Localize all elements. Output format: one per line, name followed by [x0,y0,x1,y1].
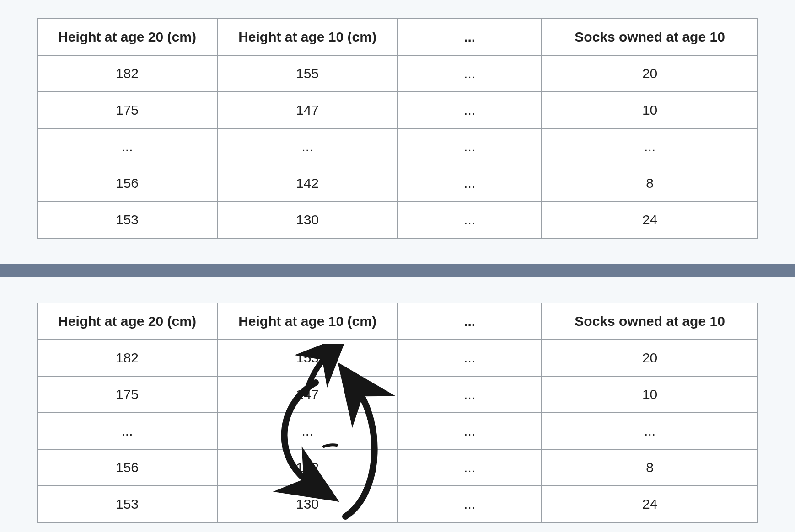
cell: ... [37,413,217,449]
cell: ... [37,128,217,165]
cell: 156 [37,165,217,202]
table-row: 175 147 ... 10 [37,376,758,413]
cell: 155 [217,55,398,92]
cell: 156 [37,449,217,486]
cell: 24 [542,202,758,238]
cell: 182 [37,55,217,92]
cell: ... [217,128,398,165]
col-header-height-20: Height at age 20 (cm) [37,303,217,340]
cell: 10 [542,92,758,128]
cell: 142 [217,449,398,486]
cell: 24 [542,486,758,522]
col-header-height-20: Height at age 20 (cm) [37,19,217,55]
table-row: 175 147 ... 10 [37,92,758,128]
cell: 182 [37,340,217,376]
col-header-socks: Socks owned at age 10 [542,19,758,55]
col-header-ellipsis: ... [398,19,542,55]
table-1-panel: Height at age 20 (cm) Height at age 10 (… [37,18,758,239]
cell: ... [398,92,542,128]
cell: 147 [217,92,398,128]
col-header-ellipsis: ... [398,303,542,340]
cell: ... [398,128,542,165]
table-header-row: Height at age 20 (cm) Height at age 10 (… [37,19,758,55]
section-divider [0,264,795,277]
table-row: 156 142 ... 8 [37,449,758,486]
col-header-socks: Socks owned at age 10 [542,303,758,340]
cell: ... [398,340,542,376]
cell: ... [398,376,542,413]
cell: ... [398,486,542,522]
table-2-panel: Height at age 20 (cm) Height at age 10 (… [37,303,758,523]
cell: 142 [217,165,398,202]
cell: 8 [542,449,758,486]
cell: ... [217,413,398,449]
data-table-1: Height at age 20 (cm) Height at age 10 (… [37,18,758,239]
cell: 8 [542,165,758,202]
table-row: ... ... ... ... [37,128,758,165]
table-row: 156 142 ... 8 [37,165,758,202]
cell: ... [542,128,758,165]
col-header-height-10: Height at age 10 (cm) [217,303,398,340]
data-table-2: Height at age 20 (cm) Height at age 10 (… [37,303,758,523]
table-row: 182 155 ... 20 [37,55,758,92]
cell: ... [398,202,542,238]
cell: ... [398,55,542,92]
cell: 20 [542,340,758,376]
cell: 147 [217,376,398,413]
table-row: 153 130 ... 24 [37,486,758,522]
cell: 20 [542,55,758,92]
col-header-height-10: Height at age 10 (cm) [217,19,398,55]
cell: ... [398,449,542,486]
cell: 130 [217,486,398,522]
cell: ... [542,413,758,449]
table-row: 153 130 ... 24 [37,202,758,238]
cell: 130 [217,202,398,238]
cell: 175 [37,92,217,128]
cell: 153 [37,486,217,522]
cell: ... [398,413,542,449]
table-row: 182 155 ... 20 [37,340,758,376]
table-row: ... ... ... ... [37,413,758,449]
cell: ... [398,165,542,202]
cell: 155 [217,340,398,376]
cell: 175 [37,376,217,413]
table-header-row: Height at age 20 (cm) Height at age 10 (… [37,303,758,340]
cell: 10 [542,376,758,413]
cell: 153 [37,202,217,238]
